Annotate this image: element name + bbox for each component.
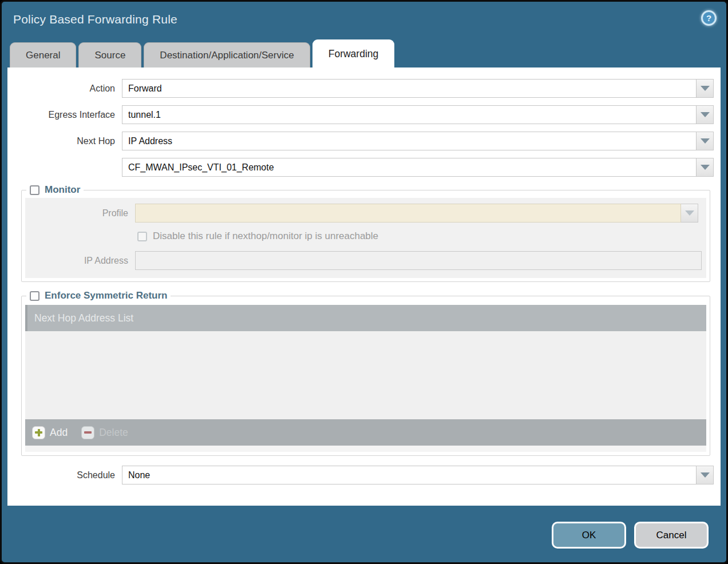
cancel-button[interactable]: Cancel [634,522,709,549]
chevron-down-icon [701,112,710,117]
ok-button[interactable]: OK [552,522,626,549]
next-hop-address-list-header: Next Hop Address List [25,305,706,331]
monitor-ip-address-row: IP Address [25,251,706,270]
tab-forwarding[interactable]: Forwarding [312,39,395,67]
monitor-checkbox[interactable] [30,185,39,195]
chevron-down-icon [701,138,710,144]
enforce-symmetric-return-legend: Enforce Symmetric Return [26,290,171,301]
dialog-title: Policy Based Forwarding Rule [13,13,726,26]
next-hop-address-list-footer: Add Delete [25,419,706,446]
next-hop-row: Next Hop IP Address [7,132,721,150]
next-hop-address-select[interactable]: CF_MWAN_IPsec_VTI_01_Remote [122,158,697,177]
action-dropdown-button[interactable] [697,79,714,98]
chevron-down-icon [701,472,710,478]
next-hop-dropdown-button[interactable] [697,132,714,150]
monitor-panel: Profile Disable this rule if nexthop/mon… [25,198,706,278]
tab-destination-application-service[interactable]: Destination/Application/Service [144,42,310,67]
disable-rule-row: Disable this rule if nexthop/monitor ip … [137,229,706,243]
tab-source[interactable]: Source [78,42,141,67]
chevron-down-icon [701,86,710,91]
enforce-symmetric-return-fieldset: Enforce Symmetric Return Next Hop Addres… [21,290,710,456]
egress-interface-row: Egress Interface tunnel.1 [7,105,721,124]
egress-interface-label: Egress Interface [7,110,122,120]
tab-bar: General Source Destination/Application/S… [2,39,726,67]
policy-based-forwarding-dialog: Policy Based Forwarding Rule ? General S… [0,0,728,564]
schedule-row: Schedule None [7,466,721,484]
egress-interface-dropdown-button[interactable] [697,105,714,124]
disable-rule-checkbox [137,232,147,241]
plus-icon [32,426,45,439]
minus-icon [81,426,94,439]
monitor-ip-address-label: IP Address [25,256,135,266]
tab-general[interactable]: General [10,42,76,67]
add-button-label: Add [50,427,68,439]
profile-select [135,204,681,223]
schedule-select[interactable]: None [122,466,697,484]
schedule-label: Schedule [7,470,122,480]
disable-rule-label: Disable this rule if nexthop/monitor ip … [153,231,378,242]
next-hop-address-list-body[interactable] [25,331,706,419]
schedule-dropdown-button[interactable] [697,466,714,484]
dialog-footer: OK Cancel [2,506,726,549]
monitor-ip-address-input [135,251,702,270]
delete-button: Delete [81,426,128,439]
add-button[interactable]: Add [32,426,68,439]
action-label: Action [7,84,122,94]
next-hop-address-row: CF_MWAN_IPsec_VTI_01_Remote [7,158,721,177]
next-hop-label: Next Hop [7,136,122,146]
chevron-down-icon [685,210,694,216]
symmetric-return-panel: Next Hop Address List Add Delete [25,305,706,452]
enforce-symmetric-return-checkbox[interactable] [30,291,39,301]
monitor-legend-label: Monitor [45,184,80,196]
delete-button-label: Delete [99,427,128,439]
monitor-fieldset: Monitor Profile Disable this rule if nex… [21,184,710,282]
next-hop-type-select[interactable]: IP Address [122,132,697,150]
next-hop-address-dropdown-button[interactable] [697,158,714,177]
help-icon[interactable]: ? [701,10,717,26]
action-row: Action Forward [7,79,721,98]
next-hop-address-list-table: Next Hop Address List Add Delete [25,305,706,446]
monitor-legend: Monitor [26,184,84,196]
enforce-symmetric-return-legend-label: Enforce Symmetric Return [45,290,167,301]
profile-row: Profile [25,204,706,223]
profile-label: Profile [25,208,135,219]
action-select[interactable]: Forward [122,79,697,98]
forwarding-tab-panel: Action Forward Egress Interface tunnel.1… [7,67,721,506]
profile-dropdown-button [681,204,698,223]
egress-interface-select[interactable]: tunnel.1 [122,105,697,124]
chevron-down-icon [701,165,710,170]
dialog-titlebar: Policy Based Forwarding Rule ? [2,2,726,39]
